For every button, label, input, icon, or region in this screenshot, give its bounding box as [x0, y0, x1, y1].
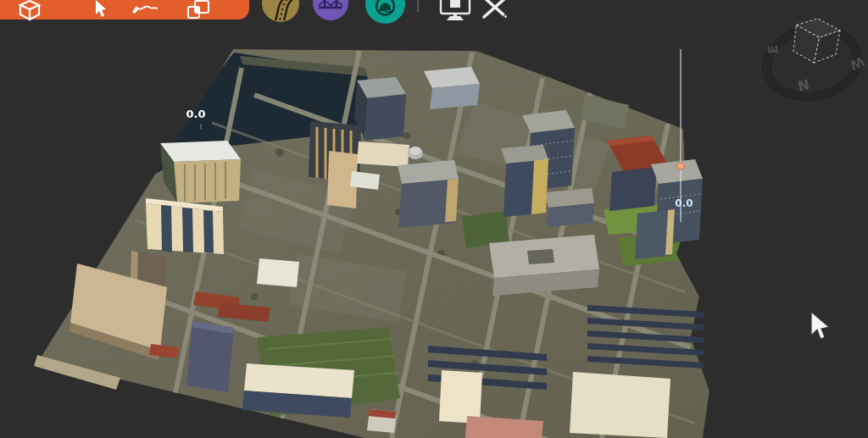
view-compass[interactable]: E W N — [754, 15, 868, 110]
display-button[interactable] — [438, 0, 474, 23]
building — [367, 409, 397, 433]
building — [242, 363, 354, 418]
building — [257, 258, 299, 287]
building — [439, 370, 482, 424]
building — [398, 160, 459, 228]
select-button[interactable] — [88, 0, 110, 18]
toolbar-divider — [417, 0, 419, 12]
elevation-label-1: 0.0 — [186, 108, 205, 120]
cube-icon — [17, 0, 42, 22]
compass-east-label: E — [765, 45, 782, 55]
elevation-handle[interactable] — [677, 163, 685, 170]
main-toolbar — [0, 0, 249, 19]
copy-icon — [185, 0, 215, 19]
duplicate-button[interactable] — [185, 0, 215, 19]
compass-north-label: N — [796, 76, 810, 94]
building — [354, 77, 406, 141]
building — [186, 321, 234, 392]
draw-button[interactable] — [127, 0, 161, 17]
building — [570, 372, 670, 438]
view-cube-icon[interactable] — [792, 16, 842, 66]
elevation-label-2: 0.0 — [675, 197, 693, 209]
mouse-cursor — [805, 308, 831, 342]
monitor-icon — [438, 0, 474, 23]
building — [635, 209, 675, 259]
cursor-arrow-icon — [805, 308, 831, 342]
building — [146, 198, 224, 254]
pen-icon — [127, 0, 161, 17]
utilities-button[interactable] — [479, 0, 513, 20]
pointer-icon — [88, 0, 110, 18]
building — [546, 188, 594, 227]
building — [489, 235, 599, 296]
building — [357, 141, 409, 167]
viewport-3d[interactable]: 0.0 0.0 E W N — [0, 0, 868, 438]
building — [501, 145, 548, 217]
model-box-button[interactable] — [17, 0, 42, 22]
crossed-tools-icon — [479, 0, 513, 20]
building — [160, 141, 241, 203]
